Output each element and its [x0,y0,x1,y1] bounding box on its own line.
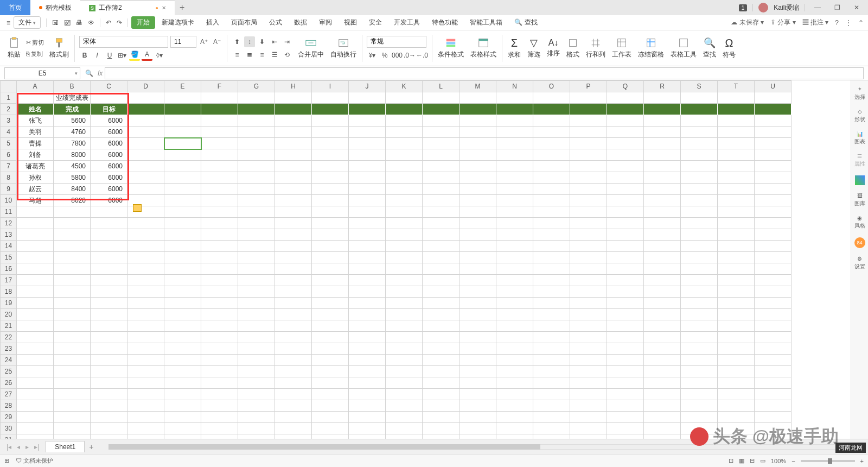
cell-B24[interactable] [54,355,91,366]
cell-F22[interactable] [201,332,238,343]
cell-R22[interactable] [644,332,681,343]
cell-L14[interactable] [423,241,459,252]
cell-C28[interactable] [91,400,127,412]
cell-B18[interactable] [54,286,91,298]
cell-S30[interactable] [681,423,718,434]
cell-G22[interactable] [238,332,275,343]
cell-P26[interactable] [570,377,607,389]
cell-P24[interactable] [570,355,607,366]
cell-N1[interactable] [496,92,533,104]
cell-T19[interactable] [718,298,755,309]
cell-G1[interactable] [238,92,275,104]
cell-O13[interactable] [533,229,570,241]
cell-J16[interactable] [349,263,386,275]
cell-L27[interactable] [423,389,459,400]
cell-F21[interactable] [201,320,238,332]
col-header-M[interactable]: M [459,81,496,92]
cell-E11[interactable] [164,206,201,218]
cell-T7[interactable] [718,161,755,172]
cell-A13[interactable] [17,229,54,241]
cell-N7[interactable] [496,161,533,172]
cell-N2[interactable] [496,104,533,115]
cell-E15[interactable] [164,252,201,263]
cell-C18[interactable] [91,286,127,298]
row-header-8[interactable]: 8 [1,172,17,184]
cell-D21[interactable] [127,320,164,332]
cell-M26[interactable] [459,377,496,389]
cell-A21[interactable] [17,320,54,332]
cell-F14[interactable] [201,241,238,252]
cell-G2[interactable] [238,104,275,115]
cell-L16[interactable] [423,263,459,275]
cell-A12[interactable] [17,218,54,229]
cell-A19[interactable] [17,298,54,309]
row-header-27[interactable]: 27 [1,389,17,400]
cell-S23[interactable] [681,343,718,355]
sheet-tab-sheet1[interactable]: Sheet1 [46,441,85,452]
cell-O27[interactable] [533,389,570,400]
cell-M13[interactable] [459,229,496,241]
cell-D12[interactable] [127,218,164,229]
row-header-31[interactable]: 31 [1,434,17,439]
cell-B31[interactable] [54,434,91,439]
cell-A20[interactable] [17,309,54,320]
cell-N23[interactable] [496,343,533,355]
cell-C8[interactable]: 6000 [91,172,127,184]
cell-N27[interactable] [496,389,533,400]
cell-K1[interactable] [386,92,423,104]
cell-A3[interactable]: 张飞 [17,115,54,127]
cell-K17[interactable] [386,275,423,286]
cell-I7[interactable] [312,161,349,172]
cell-E19[interactable] [164,298,201,309]
cell-T15[interactable] [718,252,755,263]
cell-O15[interactable] [533,252,570,263]
cell-U6[interactable] [755,149,792,161]
cell-C12[interactable] [91,218,127,229]
cell-I3[interactable] [312,115,349,127]
sheet-nav-prev[interactable]: ◂ [15,443,22,451]
cell-G31[interactable] [238,434,275,439]
cell-S24[interactable] [681,355,718,366]
cell-N18[interactable] [496,286,533,298]
cell-N11[interactable] [496,206,533,218]
cell-I11[interactable] [312,206,349,218]
cell-N14[interactable] [496,241,533,252]
cell-I2[interactable] [312,104,349,115]
cell-A5[interactable]: 曹操 [17,138,54,149]
cell-P12[interactable] [570,218,607,229]
cell-U22[interactable] [755,332,792,343]
cell-N19[interactable] [496,298,533,309]
cell-R2[interactable] [644,104,681,115]
cell-Q26[interactable] [607,377,644,389]
cell-T31[interactable] [718,434,755,439]
cell-S16[interactable] [681,263,718,275]
cell-H20[interactable] [275,309,312,320]
cell-U4[interactable] [755,127,792,138]
cell-N17[interactable] [496,275,533,286]
tab-start[interactable]: 开始 [131,16,155,29]
tab-workbook[interactable]: S 工作簿2 • ✕ [80,0,175,15]
row-header-20[interactable]: 20 [1,309,17,320]
cell-S5[interactable] [681,138,718,149]
cell-F12[interactable] [201,218,238,229]
zoom-out-icon[interactable]: − [792,458,795,464]
cell-B15[interactable] [54,252,91,263]
cell-S6[interactable] [681,149,718,161]
cell-A31[interactable] [17,434,54,439]
cell-O20[interactable] [533,309,570,320]
row-header-7[interactable]: 7 [1,161,17,172]
cell-B8[interactable]: 5800 [54,172,91,184]
cell-N29[interactable] [496,412,533,423]
side-select[interactable]: ⌖选择 [852,83,868,104]
status-mode-icon[interactable]: ⊞ [4,457,9,464]
col-header-K[interactable]: K [386,81,423,92]
cell-B3[interactable]: 5600 [54,115,91,127]
tab-add-button[interactable]: + [175,3,190,12]
cell-F10[interactable] [201,195,238,206]
cell-J2[interactable] [349,104,386,115]
sheet-nav-last[interactable]: ▸| [32,443,41,451]
cell-H17[interactable] [275,275,312,286]
cell-U15[interactable] [755,252,792,263]
cell-Q28[interactable] [607,400,644,412]
font-name-select[interactable] [79,36,168,48]
